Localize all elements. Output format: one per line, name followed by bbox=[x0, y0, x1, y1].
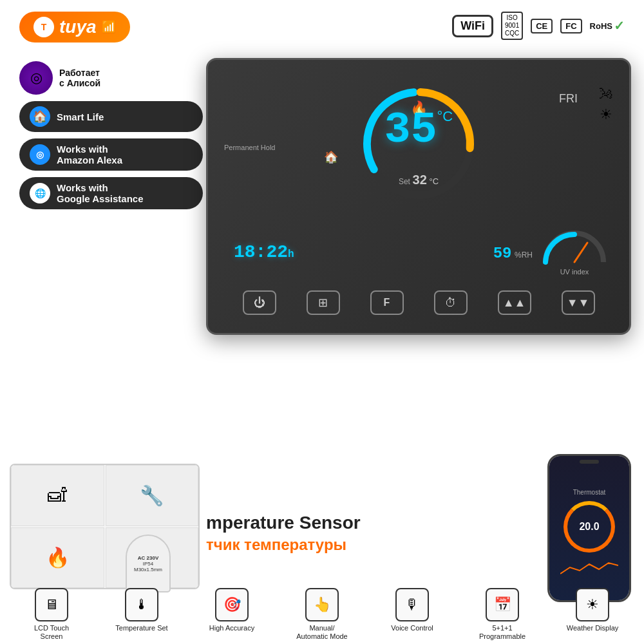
alexa-label: Works withAmazon Alexa bbox=[57, 144, 122, 166]
rohs-cert: RoHS ✓ bbox=[590, 18, 625, 33]
sensor-sub-text: тчик температуры bbox=[206, 536, 538, 554]
phone-notch bbox=[580, 460, 599, 464]
svg-line-3 bbox=[574, 243, 587, 262]
rohs-check-icon: ✓ bbox=[614, 18, 625, 33]
feature-weather: ☀ Weather Display bbox=[564, 588, 621, 632]
phone-header: Thermostat bbox=[573, 489, 606, 496]
mode-label: Manual/Automatic Mode bbox=[296, 624, 347, 641]
left-badges: ◎ Работает с Алисой 🏠 Smart Life ◎ Works… bbox=[19, 61, 203, 209]
accuracy-icon: 🎯 bbox=[215, 588, 249, 621]
mode-button[interactable]: F bbox=[370, 290, 404, 315]
set-label: Set bbox=[399, 177, 410, 186]
lcd-label: LCD TouchScreen bbox=[34, 624, 69, 641]
illus-heating: 🔥 bbox=[11, 527, 104, 589]
smart-life-icon: 🏠 bbox=[30, 106, 50, 127]
power-button[interactable]: ⏻ bbox=[243, 290, 276, 315]
alice-badge: ◎ Работает с Алисой bbox=[19, 61, 203, 95]
set-temp-value: 32 bbox=[413, 173, 427, 187]
set-temp-display: Set 32 °C bbox=[399, 173, 439, 187]
actuator-line2: IP54 bbox=[143, 561, 153, 567]
tuya-logo: T tuya 📶 bbox=[19, 12, 130, 43]
certification-logos: WiFi ISO 9001 CQC CE FC RoHS ✓ bbox=[452, 12, 625, 40]
actuator-line1: AC 230V bbox=[138, 555, 158, 561]
temp-set-label: Temperature Set bbox=[115, 624, 167, 632]
sensor-main-text: mperature Sensor bbox=[206, 513, 538, 533]
day-display: FRI bbox=[559, 92, 578, 106]
fc-cert: FC bbox=[560, 19, 582, 33]
smart-life-label: Smart Life bbox=[57, 111, 104, 122]
house-icon: 🏠 bbox=[324, 150, 338, 164]
programmable-label: 5+1+1Programmable bbox=[479, 624, 526, 641]
bottom-buttons[interactable]: ⏻ ⊞ F ⏱ ▲▲ ▼▼ bbox=[227, 290, 610, 315]
lcd-icon: 🖥 bbox=[35, 588, 68, 621]
illus-valve: 🔧 bbox=[106, 465, 199, 526]
feature-programmable: 📅 5+1+1Programmable bbox=[473, 588, 531, 641]
tuya-brand-icon: T bbox=[33, 17, 54, 37]
phone-mini-chart bbox=[560, 558, 618, 577]
sensor-text-area: mperature Sensor тчик температуры bbox=[206, 513, 538, 554]
phone-mockup: Thermostat 20.0 bbox=[547, 454, 638, 609]
wifi-cert: WiFi bbox=[452, 15, 493, 37]
voice-icon: 🎙 bbox=[395, 588, 429, 621]
feature-voice: 🎙 Voice Control bbox=[383, 588, 441, 632]
alice-text-line2: с Алисой bbox=[59, 78, 100, 88]
time-suffix: h bbox=[288, 249, 294, 260]
alexa-badge: ◎ Works withAmazon Alexa bbox=[19, 138, 203, 171]
humidity-display: 59 %RH bbox=[493, 245, 533, 262]
voice-label: Voice Control bbox=[391, 624, 433, 632]
mode-icon: 👆 bbox=[305, 588, 339, 621]
iso-cert: ISO 9001 CQC bbox=[501, 12, 523, 40]
tuya-wifi-symbol: 📶 bbox=[102, 20, 116, 34]
humidity-unit: %RH bbox=[515, 251, 533, 260]
uv-gauge-svg bbox=[539, 230, 610, 265]
feature-lcd: 🖥 LCD TouchScreen bbox=[23, 588, 80, 641]
weather-display-label: Weather Display bbox=[567, 624, 619, 632]
schedule-button[interactable]: ⏱ bbox=[434, 290, 468, 315]
menu-button[interactable]: ⊞ bbox=[307, 290, 340, 315]
alice-text-line1: Работает bbox=[59, 68, 100, 78]
temp-main-display: 35°C bbox=[384, 108, 453, 152]
programmable-icon: 📅 bbox=[486, 588, 519, 621]
feature-temp-set: 🌡 Temperature Set bbox=[113, 588, 171, 632]
temp-set-icon: 🌡 bbox=[125, 588, 158, 621]
feature-accuracy: 🎯 High Accuracy bbox=[203, 588, 261, 632]
google-badge: 🌐 Works withGoogle Assistance bbox=[19, 177, 203, 209]
humidity-value: 59 bbox=[493, 245, 512, 262]
google-icon: 🌐 bbox=[30, 183, 50, 204]
alice-icon: ◎ bbox=[19, 61, 53, 95]
time-value: 18:22 bbox=[234, 242, 288, 262]
actuator-body: AC 230V IP54 M30x1.5mm bbox=[126, 535, 171, 592]
actuator-line3: M30x1.5mm bbox=[134, 567, 162, 573]
phone-body: Thermostat 20.0 bbox=[547, 454, 631, 602]
down-button[interactable]: ▼▼ bbox=[562, 290, 595, 315]
smart-life-badge: 🏠 Smart Life bbox=[19, 101, 203, 132]
uv-gauge: UV index bbox=[539, 230, 610, 269]
ce-cert: CE bbox=[531, 19, 553, 33]
current-temp-value: 35 bbox=[384, 105, 437, 155]
feature-mode: 👆 Manual/Automatic Mode bbox=[293, 588, 351, 641]
uv-label: UV index bbox=[539, 268, 610, 276]
alexa-icon: ◎ bbox=[30, 144, 50, 165]
illus-person: 🛋 bbox=[11, 465, 104, 526]
wind-icon: 🌬 bbox=[599, 86, 613, 102]
tuya-brand-name: tuya bbox=[59, 17, 97, 37]
weather-icons: 🌬 ☀ bbox=[599, 86, 613, 123]
thermostat-screen: FRI 🌬 ☀ 🔥 🏠 35°C Set bbox=[221, 73, 616, 320]
sun-icon: ☀ bbox=[600, 106, 612, 123]
top-bar: T tuya 📶 WiFi ISO 9001 CQC CE FC RoHS ✓ bbox=[0, 0, 644, 49]
phone-screen: Thermostat 20.0 bbox=[549, 456, 629, 600]
temp-unit: °C bbox=[437, 108, 453, 124]
illustration-box: 🛋 🔧 🔥 🔩 bbox=[10, 464, 200, 589]
permanent-hold-label: Permanent Hold bbox=[224, 144, 276, 151]
phone-gauge: 20.0 bbox=[564, 501, 615, 553]
google-label: Works withGoogle Assistance bbox=[57, 182, 144, 204]
time-display: 18:22h bbox=[234, 242, 294, 262]
up-button[interactable]: ▲▲ bbox=[498, 290, 531, 315]
set-temp-unit: °C bbox=[429, 176, 439, 186]
phone-temp-value: 20.0 bbox=[579, 521, 599, 533]
features-row: 🖥 LCD TouchScreen 🌡 Temperature Set 🎯 Hi… bbox=[6, 588, 638, 641]
weather-display-icon: ☀ bbox=[576, 588, 609, 621]
accuracy-label: High Accuracy bbox=[209, 624, 254, 632]
thermostat-device: FRI 🌬 ☀ 🔥 🏠 35°C Set bbox=[206, 58, 631, 335]
